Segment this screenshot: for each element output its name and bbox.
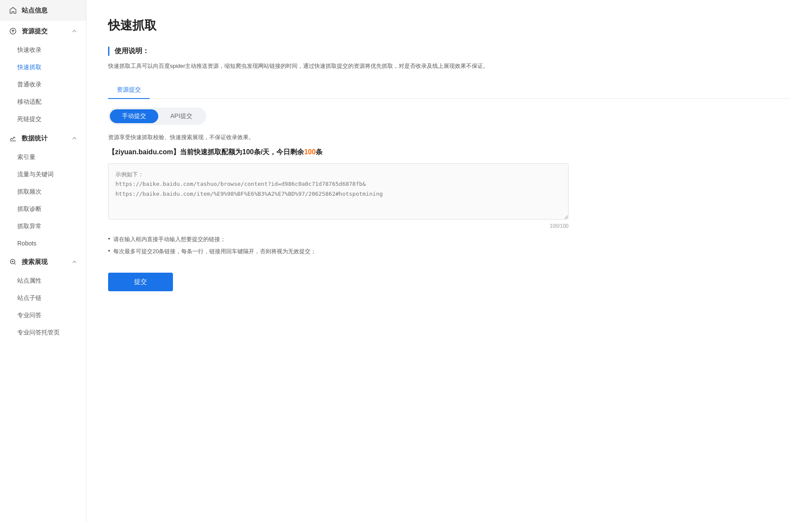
sidebar-item-site-sublink[interactable]: 站点子链 bbox=[0, 290, 86, 307]
sidebar-item-normal-index[interactable]: 普通收录 bbox=[0, 76, 86, 93]
sidebar-item-dead-link-label: 死链提交 bbox=[17, 115, 42, 123]
search-display-icon bbox=[9, 258, 17, 266]
sidebar-item-data-stats-label: 数据统计 bbox=[22, 134, 48, 143]
stats-icon bbox=[9, 134, 17, 143]
sidebar-item-site-sublink-label: 站点子链 bbox=[17, 294, 42, 302]
sidebar-item-site-attr[interactable]: 站点属性 bbox=[0, 272, 86, 290]
sidebar-item-faq-label: 专业问答 bbox=[17, 312, 42, 319]
usage-section: 使用说明： 快速抓取工具可以向百度spider主动推送资源，缩短爬虫发现网站链接… bbox=[108, 47, 790, 71]
tip-2: 每次最多可提交20条链接，每条一行，链接用回车键隔开，否则将视为无效提交； bbox=[108, 248, 790, 255]
chevron-up-icon-stats bbox=[71, 135, 77, 141]
sidebar-item-crawl-freq-label: 抓取频次 bbox=[17, 188, 42, 196]
quota-highlight: 100 bbox=[304, 148, 316, 156]
sidebar-item-search-display-label: 搜索展现 bbox=[22, 258, 48, 266]
home-icon bbox=[9, 6, 17, 15]
usage-desc: 快速抓取工具可以向百度spider主动推送资源，缩短爬虫发现网站链接的时间，通过… bbox=[108, 61, 562, 71]
quota-text: 【ziyuan.baidu.com】当前快速抓取配额为100条/天，今日剩余10… bbox=[108, 148, 790, 157]
sidebar-item-faq-managed-label: 专业问答托管页 bbox=[17, 329, 60, 337]
sidebar-item-site-info[interactable]: 站点信息 bbox=[0, 0, 86, 21]
sidebar-item-site-attr-label: 站点属性 bbox=[17, 277, 42, 285]
toggle-api-btn[interactable]: API提交 bbox=[158, 109, 205, 123]
url-input[interactable] bbox=[108, 163, 569, 220]
toggle-manual-btn[interactable]: 手动提交 bbox=[110, 109, 158, 123]
tab-resource-submit[interactable]: 资源提交 bbox=[108, 82, 150, 99]
sidebar-item-quick-index[interactable]: 快速收录 bbox=[0, 41, 86, 59]
main-content: 快速抓取 使用说明： 快速抓取工具可以向百度spider主动推送资源，缩短爬虫发… bbox=[86, 0, 812, 522]
sidebar-item-data-stats[interactable]: 数据统计 bbox=[0, 128, 86, 149]
sidebar-item-faq-managed[interactable]: 专业问答托管页 bbox=[0, 324, 86, 341]
quota-suffix: 条 bbox=[316, 148, 323, 156]
sidebar-item-quick-crawl[interactable]: 快速抓取 bbox=[0, 59, 86, 76]
sidebar-item-crawl-diag-label: 抓取诊断 bbox=[17, 205, 42, 213]
sidebar-item-traffic-keywords[interactable]: 流量与关键词 bbox=[0, 166, 86, 183]
sidebar-item-search-display[interactable]: 搜索展现 bbox=[0, 251, 86, 272]
sidebar-item-index-volume-label: 索引量 bbox=[17, 153, 35, 161]
sidebar-item-resource-submit[interactable]: 资源提交 bbox=[0, 21, 86, 41]
chevron-up-icon bbox=[71, 28, 77, 34]
page-title: 快速抓取 bbox=[108, 17, 790, 34]
usage-heading: 使用说明： bbox=[108, 47, 790, 56]
resource-desc: 资源享受快速抓取校验、快速搜索展现，不保证收录效果。 bbox=[108, 134, 790, 141]
sidebar-item-quick-index-label: 快速收录 bbox=[17, 46, 42, 54]
sidebar-item-crawl-freq[interactable]: 抓取频次 bbox=[0, 183, 86, 201]
quota-prefix: 【ziyuan.baidu.com】当前快速抓取配额为100条/天，今日剩余 bbox=[108, 148, 304, 156]
submit-button[interactable]: 提交 bbox=[108, 273, 173, 291]
tips-list: 请在输入框内直接手动输入想要提交的链接； 每次最多可提交20条链接，每条一行，链… bbox=[108, 236, 790, 255]
sidebar-item-mobile-adapt-label: 移动适配 bbox=[17, 98, 42, 106]
sidebar-item-mobile-adapt[interactable]: 移动适配 bbox=[0, 93, 86, 111]
sidebar-item-site-info-label: 站点信息 bbox=[22, 6, 48, 15]
tip-1: 请在输入框内直接手动输入想要提交的链接； bbox=[108, 236, 790, 243]
tabs-bar: 资源提交 bbox=[108, 82, 790, 99]
submit-mode-toggle: 手动提交 API提交 bbox=[108, 108, 206, 125]
sidebar-item-robots-label: Robots bbox=[17, 240, 36, 247]
sidebar-item-quick-crawl-label: 快速抓取 bbox=[17, 64, 42, 71]
chevron-up-icon-search bbox=[71, 259, 77, 265]
sidebar-item-crawl-diag[interactable]: 抓取诊断 bbox=[0, 201, 86, 218]
submit-icon bbox=[9, 27, 17, 35]
sidebar-item-traffic-keywords-label: 流量与关键词 bbox=[17, 171, 54, 178]
sidebar-item-index-volume[interactable]: 索引量 bbox=[0, 149, 86, 166]
sidebar-item-crawl-anomaly-label: 抓取异常 bbox=[17, 223, 42, 230]
sidebar-item-faq[interactable]: 专业问答 bbox=[0, 307, 86, 324]
sidebar-item-crawl-anomaly[interactable]: 抓取异常 bbox=[0, 218, 86, 235]
sidebar: 站点信息 资源提交 快速收录 快速抓取 普通收录 移动适配 死链提交 bbox=[0, 0, 86, 522]
sidebar-item-normal-index-label: 普通收录 bbox=[17, 81, 42, 89]
sidebar-item-resource-submit-label: 资源提交 bbox=[22, 27, 48, 35]
sidebar-item-dead-link[interactable]: 死链提交 bbox=[0, 111, 86, 128]
sidebar-item-robots[interactable]: Robots bbox=[0, 235, 86, 251]
char-count: 100/100 bbox=[108, 223, 569, 229]
